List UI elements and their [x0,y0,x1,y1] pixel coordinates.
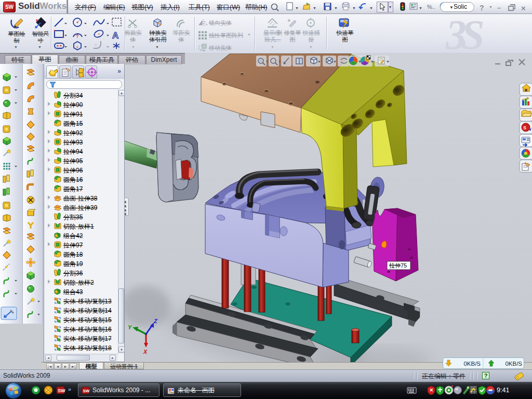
svg-text:X: X [143,349,148,355]
svg-text:▾: ▾ [389,5,391,9]
svg-text:0KB/S: 0KB/S [505,361,522,367]
svg-text:✕: ✕ [430,388,434,393]
svg-text:»: » [68,386,71,392]
svg-text:SW: SW [83,389,90,393]
svg-text:SW: SW [58,388,65,393]
svg-text:+: + [287,17,290,23]
svg-text:Z: Z [153,318,158,324]
svg-text:+: + [76,45,78,50]
svg-text:+: + [95,43,97,47]
svg-text:A: A [112,31,118,41]
svg-text:0KB/S: 0KB/S [463,361,481,367]
svg-text:S: S [523,125,526,130]
svg-text:+: + [98,32,100,36]
